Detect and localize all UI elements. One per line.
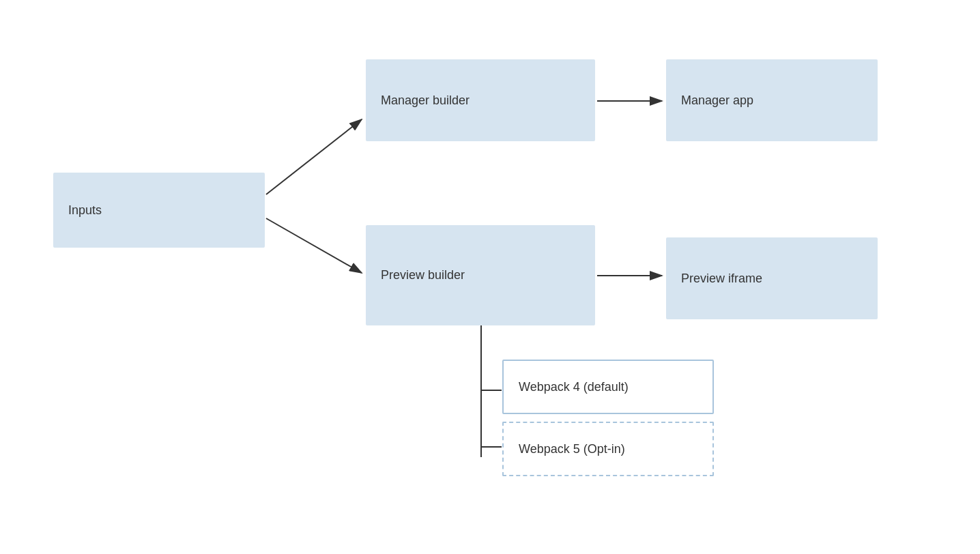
svg-line-1 <box>266 119 362 194</box>
inputs-label: Inputs <box>68 203 102 218</box>
manager-builder-box: Manager builder <box>366 59 595 141</box>
svg-line-2 <box>266 218 362 273</box>
preview-iframe-box: Preview iframe <box>666 237 878 319</box>
manager-builder-label: Manager builder <box>381 93 470 108</box>
webpack4-label: Webpack 4 (default) <box>519 380 629 394</box>
webpack5-label: Webpack 5 (Opt-in) <box>519 442 625 456</box>
preview-builder-box: Preview builder <box>366 225 595 325</box>
preview-iframe-label: Preview iframe <box>681 272 762 286</box>
inputs-box: Inputs <box>53 173 265 248</box>
webpack5-box: Webpack 5 (Opt-in) <box>502 422 714 476</box>
manager-app-label: Manager app <box>681 93 753 108</box>
preview-builder-label: Preview builder <box>381 268 465 282</box>
manager-app-box: Manager app <box>666 59 878 141</box>
webpack4-box: Webpack 4 (default) <box>502 360 714 414</box>
